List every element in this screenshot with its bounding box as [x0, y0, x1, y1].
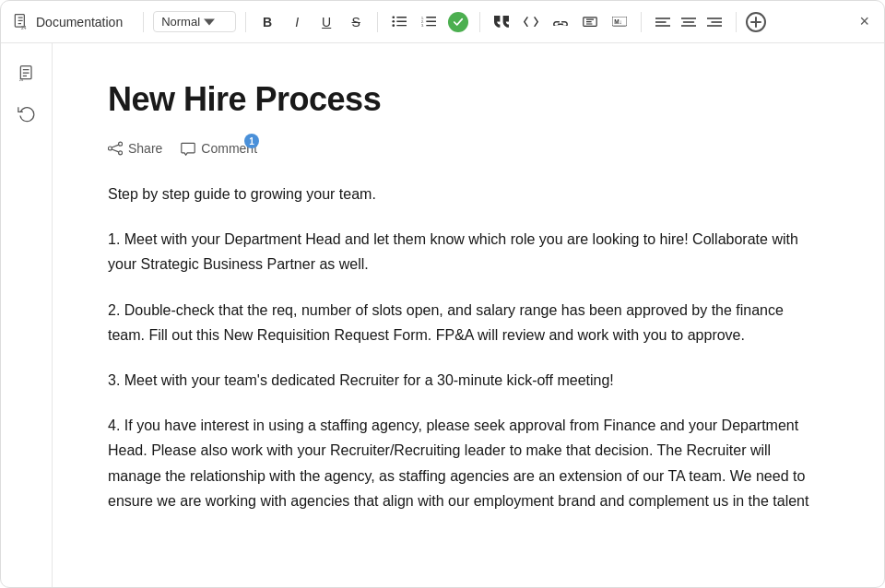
chevron-down-icon: [204, 17, 215, 28]
style-label: Normal: [161, 15, 200, 29]
share-icon: [108, 141, 123, 156]
unordered-list-button[interactable]: [387, 10, 411, 34]
toolbar: 24 Documentation Normal B I U S: [1, 1, 884, 43]
svg-line-37: [112, 149, 118, 152]
svg-text:3.: 3.: [421, 25, 424, 28]
align-right-button[interactable]: [702, 10, 726, 34]
add-button[interactable]: [746, 12, 766, 32]
svg-point-33: [119, 142, 123, 146]
sidebar-history-icon[interactable]: [12, 99, 41, 128]
toolbar-divider-5: [641, 12, 642, 32]
underline-button[interactable]: U: [314, 10, 338, 34]
check-status-icon: [448, 12, 468, 32]
unordered-list-icon: [392, 16, 407, 27]
toolbar-divider-1: [143, 12, 144, 32]
code-icon: [524, 17, 538, 27]
svg-point-4: [393, 25, 395, 28]
toolbar-divider-3: [377, 12, 378, 32]
checkmark-icon: [453, 17, 464, 28]
close-button[interactable]: ×: [856, 8, 873, 35]
blockquote-button[interactable]: [490, 10, 513, 34]
toolbar-divider-4: [479, 12, 480, 32]
doc-stack-icon: 24: [18, 64, 36, 82]
paragraph-5: 4. If you have interest in using a staff…: [108, 413, 810, 513]
svg-text:1.: 1.: [421, 17, 424, 20]
plus-icon: [750, 17, 761, 28]
svg-point-3: [393, 20, 395, 23]
align-group: [651, 10, 726, 34]
document-body: Step by step guide to growing your team.…: [108, 182, 810, 513]
style-dropdown[interactable]: Normal: [153, 11, 236, 32]
link-button[interactable]: [549, 10, 572, 34]
code-button[interactable]: [519, 10, 543, 34]
align-left-icon: [655, 17, 670, 28]
toolbar-divider-6: [736, 12, 737, 32]
link-icon: [553, 18, 568, 27]
align-center-icon: [681, 17, 696, 28]
doc-title-area: 24 Documentation: [12, 13, 130, 31]
paragraph-2: 1. Meet with your Department Head and le…: [108, 227, 810, 276]
comment-area: Comment 1: [181, 141, 257, 156]
quote-icon: [494, 16, 509, 28]
svg-point-35: [119, 151, 123, 155]
embed-icon: [583, 17, 597, 27]
paragraph-3: 2. Double-check that the req, number of …: [108, 298, 810, 347]
document-icon: 24: [12, 13, 30, 31]
ordered-list-icon: 1. 2. 3.: [421, 16, 436, 27]
strikethrough-button[interactable]: S: [344, 10, 368, 34]
align-center-button[interactable]: [677, 10, 701, 34]
sidebar-doc-icon[interactable]: 24: [12, 58, 41, 88]
sidebar: 24: [1, 43, 53, 587]
bold-button[interactable]: B: [255, 10, 279, 34]
svg-line-36: [112, 145, 118, 147]
history-icon: [18, 104, 36, 123]
svg-text:M↓: M↓: [614, 18, 622, 25]
svg-point-2: [393, 17, 395, 19]
toolbar-divider-2: [245, 12, 246, 32]
markdown-button[interactable]: M↓: [608, 10, 631, 34]
comment-icon: [181, 141, 195, 156]
markdown-icon: M↓: [612, 17, 627, 26]
share-button[interactable]: Share: [108, 141, 162, 156]
svg-point-34: [108, 147, 112, 150]
svg-text:24: 24: [21, 24, 27, 29]
embed-button[interactable]: [578, 10, 602, 34]
share-label: Share: [128, 141, 162, 156]
italic-button[interactable]: I: [285, 10, 309, 34]
align-left-button[interactable]: [651, 10, 675, 34]
paragraph-1: Step by step guide to growing your team.: [108, 182, 810, 206]
doc-title-label: Documentation: [36, 15, 123, 29]
paragraph-4: 3. Meet with your team's dedicated Recru…: [108, 368, 810, 393]
content-area[interactable]: New Hire Process Share: [53, 43, 884, 587]
doc-actions: Share Comment 1: [108, 141, 810, 156]
svg-text:24: 24: [18, 77, 23, 82]
align-right-icon: [707, 17, 722, 28]
svg-text:2.: 2.: [421, 20, 424, 24]
ordered-list-button[interactable]: 1. 2. 3.: [417, 10, 441, 34]
document-title: New Hire Process: [108, 80, 810, 119]
main-window: 24 Documentation Normal B I U S: [0, 0, 885, 588]
comment-count-badge: 1: [244, 134, 259, 148]
main-layout: 24 New Hire Process: [1, 43, 884, 587]
